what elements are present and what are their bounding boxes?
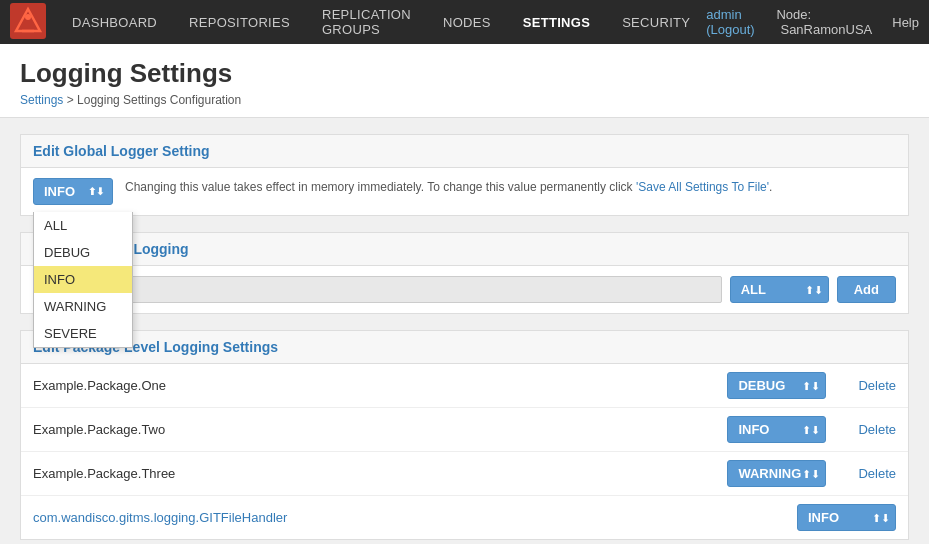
breadcrumb-separator: > [67,93,77,107]
global-logger-row: INFO ⬆⬇ ALL DEBUG INFO WARNING SEVERE Ch… [21,168,908,215]
user-logout-link[interactable]: admin (Logout) [706,7,756,37]
global-logger-dropdown-open: ALL DEBUG INFO WARNING SEVERE [33,212,133,348]
delete-button-0[interactable]: Delete [858,378,896,393]
pkg-name-1: Example.Package.Two [33,422,715,437]
global-logger-section: Edit Global Logger Setting INFO ⬆⬇ ALL D… [20,134,909,216]
global-logger-dropdown-trigger[interactable]: INFO ⬆⬇ [33,178,113,205]
nav-item-dashboard[interactable]: DASHBOARD [56,0,173,44]
breadcrumb-current: Logging Settings Configuration [77,93,241,107]
pkg-level-select-wrapper-1: ALL DEBUG INFO WARNING SEVERE ⬆⬇ [727,416,826,443]
table-row: Example.Package.One DEBUG ALL INFO WARNI… [21,364,908,408]
pkg-name-0: Example.Package.One [33,378,715,393]
pkg-level-select-wrapper-0: DEBUG ALL INFO WARNING SEVERE ⬆⬇ [727,372,826,399]
table-row: com.wandisco.gitms.logging.GITFileHandle… [21,496,908,539]
dropdown-option-info[interactable]: INFO [34,266,132,293]
page-title: Logging Settings [20,58,909,89]
global-logger-description: Changing this value takes effect in memo… [125,178,896,196]
nav-item-repositories[interactable]: REPOSITORIES [173,0,306,44]
package-level-select[interactable]: ALL DEBUG INFO WARNING SEVERE [730,276,829,303]
pkg-name-2: Example.Package.Three [33,466,715,481]
package-level-select-wrapper: ALL DEBUG INFO WARNING SEVERE ⬆⬇ [730,276,829,303]
delete-button-1[interactable]: Delete [858,422,896,437]
navbar: DASHBOARD REPOSITORIES REPLICATION GROUP… [0,0,929,44]
package-add-row: ALL DEBUG INFO WARNING SEVERE ⬆⬇ Add [21,266,908,313]
nav-item-security[interactable]: SECURITY [606,0,706,44]
dropdown-option-severe[interactable]: SEVERE [34,320,132,347]
nav-item-nodes[interactable]: NODES [427,0,507,44]
table-row: Example.Package.Two ALL DEBUG INFO WARNI… [21,408,908,452]
add-button[interactable]: Add [837,276,896,303]
top-right: admin (Logout) Node: SanRamonUSA Help [706,7,919,37]
nav-item-settings[interactable]: SETTINGS [507,0,606,44]
main-content: Edit Global Logger Setting INFO ⬆⬇ ALL D… [0,118,929,544]
nav-settings-wrapper: SETTINGS [507,0,606,44]
nav-dropdown-arrow [548,44,564,52]
package-level-section-title: Package Level Logging [21,233,908,266]
logo [10,3,46,42]
svg-point-2 [25,14,31,20]
nav-item-replication-groups[interactable]: REPLICATION GROUPS [306,0,427,44]
page-header: Logging Settings Settings > Logging Sett… [0,44,929,118]
pkg-level-select-2[interactable]: ALL DEBUG INFO WARNING SEVERE [727,460,826,487]
breadcrumb: Settings > Logging Settings Configuratio… [20,93,909,107]
pkg-settings-section: Edit Package Level Logging Settings Exam… [20,330,909,540]
pkg-name-3: com.wandisco.gitms.logging.GITFileHandle… [33,510,785,525]
table-row: Example.Package.Three ALL DEBUG INFO WAR… [21,452,908,496]
pkg-level-select-wrapper-3: ALL DEBUG INFO WARNING SEVERE ⬆⬇ [797,504,896,531]
dropdown-option-all[interactable]: ALL [34,212,132,239]
global-logger-dropdown-container: INFO ⬆⬇ ALL DEBUG INFO WARNING SEVERE [33,178,113,205]
delete-button-2[interactable]: Delete [858,466,896,481]
nav-items: DASHBOARD REPOSITORIES REPLICATION GROUP… [56,0,706,44]
pkg-level-select-0[interactable]: DEBUG ALL INFO WARNING SEVERE [727,372,826,399]
dropdown-arrows-icon: ⬆⬇ [88,187,104,197]
pkg-level-select-1[interactable]: ALL DEBUG INFO WARNING SEVERE [727,416,826,443]
global-logger-selected-value: INFO [44,184,84,199]
package-level-section: Package Level Logging ALL DEBUG INFO WAR… [20,232,909,314]
node-label: Node: SanRamonUSA [776,7,872,37]
dropdown-option-debug[interactable]: DEBUG [34,239,132,266]
dropdown-option-warning[interactable]: WARNING [34,293,132,320]
global-logger-section-title: Edit Global Logger Setting [21,135,908,168]
breadcrumb-root[interactable]: Settings [20,93,63,107]
pkg-settings-section-title: Edit Package Level Logging Settings [21,331,908,364]
help-link[interactable]: Help [892,15,919,30]
package-name-input[interactable] [33,276,722,303]
save-settings-link[interactable]: 'Save All Settings To File' [636,180,769,194]
node-value: SanRamonUSA [780,22,872,37]
pkg-level-select-wrapper-2: ALL DEBUG INFO WARNING SEVERE ⬆⬇ [727,460,826,487]
pkg-level-select-3[interactable]: ALL DEBUG INFO WARNING SEVERE [797,504,896,531]
